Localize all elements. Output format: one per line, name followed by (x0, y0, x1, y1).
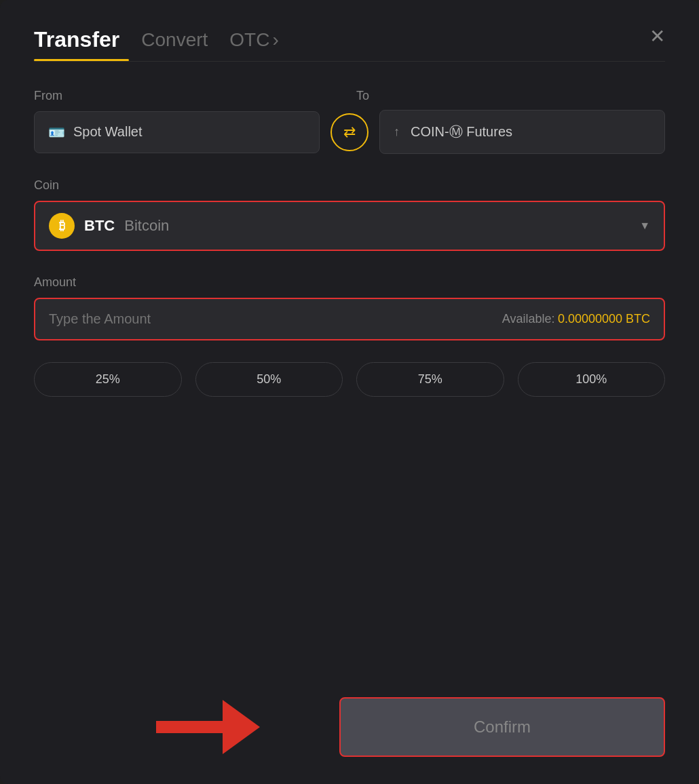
amount-section: Amount Available: 0.00000000 BTC (34, 275, 665, 340)
percent-25-button[interactable]: 25% (34, 362, 182, 397)
arrow-indicator (156, 700, 260, 754)
bottom-section: Confirm (34, 684, 665, 757)
chevron-down-icon: ▼ (639, 220, 650, 232)
coin-section: Coin ₿ BTC Bitcoin ▼ (34, 178, 665, 251)
transfer-modal: Transfer Convert OTC › ✕ From To 🪪 Spot … (0, 0, 699, 784)
tab-underline-row (34, 60, 665, 62)
percent-75-button[interactable]: 75% (356, 362, 504, 397)
from-label: From (34, 89, 343, 103)
close-button[interactable]: ✕ (649, 27, 665, 46)
confirm-button[interactable]: Confirm (339, 697, 665, 757)
from-to-section: From To 🪪 Spot Wallet ⇄ ↑ COIN-Ⓜ Futures (34, 89, 665, 154)
available-label: Available: (502, 312, 555, 326)
available-info: Available: 0.00000000 BTC (502, 312, 650, 326)
tab-otc[interactable]: OTC › (229, 29, 278, 59)
swap-icon: ⇄ (343, 123, 356, 141)
amount-label: Amount (34, 275, 665, 290)
arrow-head-icon (223, 700, 260, 754)
available-value: 0.00000000 BTC (558, 312, 650, 326)
coin-symbol: BTC (84, 217, 115, 235)
from-to-inputs: 🪪 Spot Wallet ⇄ ↑ COIN-Ⓜ Futures (34, 110, 665, 154)
tab-convert[interactable]: Convert (141, 29, 208, 59)
coin-name: Bitcoin (124, 217, 169, 235)
wallet-card-icon: 🪪 (48, 124, 65, 140)
percent-100-button[interactable]: 100% (518, 362, 666, 397)
amount-input[interactable] (49, 311, 502, 327)
futures-icon: ↑ (394, 125, 400, 139)
tab-transfer[interactable]: Transfer (34, 27, 119, 60)
btc-icon: ₿ (49, 213, 75, 239)
coin-label: Coin (34, 178, 665, 193)
amount-input-box: Available: 0.00000000 BTC (34, 298, 665, 340)
coin-selector[interactable]: ₿ BTC Bitcoin ▼ (34, 201, 665, 251)
to-wallet-name: COIN-Ⓜ Futures (411, 123, 512, 141)
to-wallet-selector[interactable]: ↑ COIN-Ⓜ Futures (379, 110, 665, 154)
percent-50-button[interactable]: 50% (195, 362, 343, 397)
to-label: To (356, 89, 665, 103)
swap-button[interactable]: ⇄ (330, 113, 369, 151)
arrow-shaft (156, 721, 224, 733)
from-wallet-name: Spot Wallet (73, 124, 143, 140)
from-wallet-selector[interactable]: 🪪 Spot Wallet (34, 111, 320, 153)
percent-row: 25% 50% 75% 100% (34, 362, 665, 397)
otc-arrow-icon: › (272, 29, 278, 51)
modal-header: Transfer Convert OTC › ✕ (34, 27, 665, 60)
from-to-labels: From To (34, 89, 665, 103)
